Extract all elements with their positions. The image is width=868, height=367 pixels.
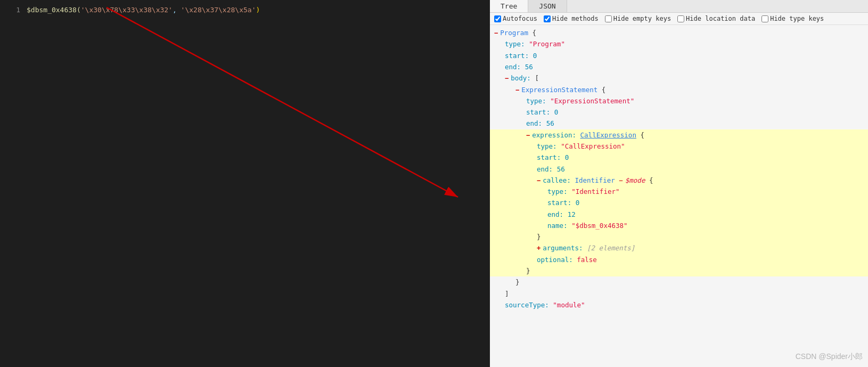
line-number: 1 bbox=[4, 4, 20, 16]
tree-line-callexpr-type: type: "CallExpression" bbox=[490, 141, 868, 152]
tree-line-exprstmt-start: start: 0 bbox=[490, 107, 868, 118]
tree-line-identifier-type: type: "Identifier" bbox=[490, 186, 868, 197]
tree-line-callexpr-end: end: 56 bbox=[490, 164, 868, 175]
hide-empty-keys-label[interactable]: Hide empty keys bbox=[605, 15, 671, 22]
tree-line-program-type: type: "Program" bbox=[490, 38, 868, 50]
tree-line-arguments: + arguments: [2 elements] bbox=[490, 242, 868, 254]
hide-type-keys-checkbox[interactable] bbox=[761, 15, 768, 22]
tree-line-exprstmt-end: end: 56 bbox=[490, 118, 868, 129]
hide-type-keys-text: Hide type keys bbox=[770, 15, 824, 22]
right-panel: Tree JSON Autofocus Hide methods Hide em… bbox=[490, 0, 868, 367]
hide-methods-label[interactable]: Hide methods bbox=[544, 15, 599, 22]
tab-json[interactable]: JSON bbox=[528, 0, 567, 12]
autofocus-text: Autofocus bbox=[503, 15, 537, 22]
tree-line-identifier-name: name: "$dbsm_0x4638" bbox=[490, 220, 868, 231]
autofocus-label[interactable]: Autofocus bbox=[494, 15, 537, 22]
hide-methods-text: Hide methods bbox=[552, 15, 599, 22]
tree-line-optional: optional: false bbox=[490, 254, 868, 265]
tree-line-body: − body: [ bbox=[490, 72, 868, 84]
code-content: $dbsm_0x4638('\x30\x78\x33\x38\x32', '\x… bbox=[27, 4, 260, 16]
tree-line-callee: − callee: Identifier − $mode { bbox=[490, 175, 868, 186]
paren-close: ) bbox=[256, 6, 260, 14]
tree-line-exprstmt-type: type: "ExpressionStatement" bbox=[490, 95, 868, 107]
tree-line-callexpr-start: start: 0 bbox=[490, 152, 868, 163]
tree-line-program-start: start: 0 bbox=[490, 50, 868, 61]
tree-line-callexpr-close: } bbox=[490, 265, 868, 276]
code-editor: 1 $dbsm_0x4638('\x30\x78\x33\x38\x32', '… bbox=[0, 0, 490, 367]
hide-location-data-text: Hide location data bbox=[686, 15, 755, 22]
tree-line-sourcetype: sourceType: "module" bbox=[490, 299, 868, 311]
tree-line-exprstmt: − ExpressionStatement { bbox=[490, 84, 868, 95]
hide-location-data-label[interactable]: Hide location data bbox=[677, 15, 755, 22]
tree-line-identifier-close: } bbox=[490, 231, 868, 242]
autofocus-checkbox[interactable] bbox=[494, 15, 501, 22]
code-line-1: 1 $dbsm_0x4638('\x30\x78\x33\x38\x32', '… bbox=[0, 4, 490, 16]
tree-content[interactable]: − Program { type: "Program" start: 0 end… bbox=[490, 25, 868, 367]
hide-methods-checkbox[interactable] bbox=[544, 15, 551, 22]
func-name: $dbsm_0x4638( bbox=[27, 6, 81, 14]
tree-line-program: − Program { bbox=[490, 27, 868, 38]
callexpression-link[interactable]: CallExpression bbox=[580, 129, 636, 141]
tree-line-program-end: end: 56 bbox=[490, 61, 868, 72]
watermark: CSDN @Spider小郎 bbox=[796, 352, 863, 362]
tree-line-expression: − expression: CallExpression { bbox=[490, 129, 868, 141]
hide-empty-keys-text: Hide empty keys bbox=[613, 15, 671, 22]
hide-type-keys-label[interactable]: Hide type keys bbox=[761, 15, 824, 22]
options-toolbar: Autofocus Hide methods Hide empty keys H… bbox=[490, 13, 868, 25]
arrow-overlay bbox=[0, 0, 490, 367]
tree-line-exprstmt-close: } bbox=[490, 276, 868, 288]
string2: '\x28\x37\x28\x5a' bbox=[181, 6, 256, 14]
hide-location-data-checkbox[interactable] bbox=[677, 15, 684, 22]
svg-line-1 bbox=[107, 7, 458, 197]
tree-line-identifier-end: end: 12 bbox=[490, 209, 868, 220]
tree-line-identifier-start: start: 0 bbox=[490, 197, 868, 208]
tree-line-body-close: ] bbox=[490, 288, 868, 299]
tab-bar: Tree JSON bbox=[490, 0, 868, 13]
hide-empty-keys-checkbox[interactable] bbox=[605, 15, 612, 22]
tab-tree[interactable]: Tree bbox=[490, 0, 528, 12]
string1: '\x30\x78\x33\x38\x32' bbox=[81, 6, 173, 14]
